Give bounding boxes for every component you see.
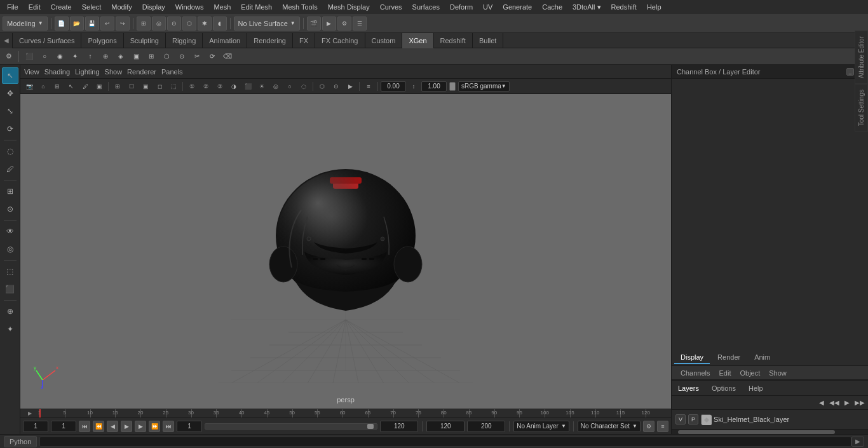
xgen-tool3[interactable]: ◉	[53, 50, 67, 63]
vp-all-lights-btn[interactable]: ☀	[255, 81, 268, 92]
hud-btn[interactable]: ☰	[353, 17, 367, 31]
tab-rendering[interactable]: Rendering	[247, 33, 293, 48]
vp-safe-action-btn[interactable]: ◻	[153, 81, 166, 92]
open-scene-btn[interactable]: 📂	[70, 17, 84, 31]
xgen-tool12[interactable]: ✂	[190, 50, 204, 63]
xray-btn[interactable]: ⬚	[2, 263, 18, 280]
layer-visibility-btn[interactable]: V	[675, 414, 686, 424]
channel-box-minimize-btn[interactable]: _	[846, 68, 854, 76]
soft-mod-btn[interactable]: ⊙	[2, 201, 18, 217]
menu-create[interactable]: Create	[46, 2, 76, 12]
tab-xgen[interactable]: XGen	[402, 33, 433, 48]
vp-shading-menu[interactable]: Shading	[44, 68, 70, 76]
render-settings-btn[interactable]: ⚙	[337, 17, 351, 31]
lasso-tool-btn[interactable]: ◌	[2, 143, 18, 160]
paint-tool-btn[interactable]: 🖊	[2, 161, 18, 177]
layers-tab-help[interactable]: Help	[742, 383, 770, 394]
undo-btn[interactable]: ↩	[100, 17, 114, 31]
no-char-set-dropdown[interactable]: No Character Set ▼	[578, 421, 641, 432]
vp-shadows-btn[interactable]: ◎	[269, 81, 282, 92]
menu-help[interactable]: Help	[642, 2, 666, 12]
layer-playback-btn[interactable]: P	[688, 414, 698, 424]
isolate-btn[interactable]: ◎	[2, 241, 18, 257]
snap-curve-btn[interactable]: ◎	[152, 17, 166, 31]
move-tool-btn[interactable]: ✥	[2, 85, 18, 102]
vp-gamma-field[interactable]: 0.00	[381, 81, 406, 92]
tab-custom[interactable]: Custom	[365, 33, 403, 48]
tab-curves-surfaces[interactable]: Curves / Surfaces	[13, 33, 81, 48]
frame-start-field[interactable]: 1	[23, 421, 48, 432]
vp-camera-btn[interactable]: 📷	[23, 81, 36, 92]
wireframe-btn[interactable]: ⬛	[2, 281, 18, 297]
menu-mesh-tools[interactable]: Mesh Tools	[278, 2, 322, 12]
tab-fx[interactable]: FX	[293, 33, 315, 48]
select-by-type-btn[interactable]: ✱	[198, 17, 212, 31]
render-tab[interactable]: Render	[711, 351, 747, 364]
tab-fx-caching[interactable]: FX Caching	[315, 33, 365, 48]
soft-select-btn[interactable]: ◖	[213, 17, 227, 31]
tab-redshift[interactable]: Redshift	[434, 33, 473, 48]
component-btn[interactable]: ✦	[2, 321, 18, 337]
frame-end-field[interactable]: 120	[426, 421, 465, 432]
vp-dof-btn[interactable]: ◌	[297, 81, 310, 92]
save-scene-btn[interactable]: 💾	[85, 17, 99, 31]
snap-point-btn[interactable]: ⊙	[167, 17, 181, 31]
show-hide-btn[interactable]: 👁	[2, 223, 18, 240]
vp-home-btn[interactable]: ⌂	[37, 81, 50, 92]
ipr-render-btn[interactable]: ▶	[322, 17, 336, 31]
live-surface-dropdown[interactable]: No Live Surface ▼	[234, 17, 300, 31]
vp-paint-select-btn[interactable]: 🖊	[79, 81, 92, 92]
layer-color-swatch[interactable]	[701, 414, 711, 424]
python-label[interactable]: Python	[4, 436, 37, 447]
vp-xray-btn[interactable]: ⬡	[316, 81, 329, 92]
xgen-tool11[interactable]: ⊙	[175, 50, 189, 63]
snap-surface-btn[interactable]: ⬡	[182, 17, 196, 31]
char-set-btn1[interactable]: ⚙	[643, 421, 654, 432]
vp-resolution-gate-btn[interactable]: ▣	[139, 81, 152, 92]
scrollbar-thumb[interactable]	[678, 430, 835, 434]
layer-prev-btn[interactable]: ◀◀	[829, 398, 840, 408]
python-run-btn[interactable]: ▶	[851, 437, 864, 447]
frame-step-field[interactable]: 1	[177, 421, 202, 432]
vp-panels-menu[interactable]: Panels	[161, 68, 183, 76]
vp-wireframe-btn[interactable]: ⬚	[167, 81, 180, 92]
range-end-field[interactable]: 120	[380, 421, 418, 432]
xgen-tool6[interactable]: ⊕	[98, 50, 112, 63]
vp-renderer-menu[interactable]: Renderer	[127, 68, 156, 76]
vp-smooth3-btn[interactable]: ③	[214, 81, 226, 92]
vp-color-swatch[interactable]	[449, 82, 456, 91]
menu-edit-mesh[interactable]: Edit Mesh	[236, 2, 276, 12]
vp-zoom-btn[interactable]: ⊞	[51, 81, 64, 92]
timeline-ruler[interactable]: ▶ 1 5 10 15 20 25 30 35	[20, 409, 671, 417]
xgen-tool2[interactable]: ○	[37, 50, 51, 63]
tab-sculpting[interactable]: Sculpting	[124, 33, 166, 48]
display-tab[interactable]: Display	[674, 351, 710, 364]
vp-toggle-btn[interactable]: ▣	[93, 81, 105, 92]
xgen-tool4[interactable]: ✦	[68, 50, 82, 63]
menu-redshift[interactable]: Redshift	[607, 2, 641, 12]
vp-film-gate-btn[interactable]: ☐	[125, 81, 138, 92]
frame-max-field[interactable]: 200	[467, 421, 505, 432]
menu-windows[interactable]: Windows	[171, 2, 208, 12]
render-btn[interactable]: 🎬	[307, 17, 321, 31]
xgen-tool8[interactable]: ▣	[129, 50, 143, 63]
layers-tab-options[interactable]: Options	[705, 383, 742, 394]
tab-bullet[interactable]: Bullet	[473, 33, 504, 48]
menu-file[interactable]: File	[3, 2, 23, 12]
vp-show-menu[interactable]: Show	[105, 68, 123, 76]
char-set-btn2[interactable]: ≡	[657, 421, 668, 432]
menu-modify[interactable]: Modify	[107, 2, 136, 12]
timeline-playhead[interactable]	[39, 409, 41, 418]
vp-texture-btn[interactable]: ⬛	[241, 81, 254, 92]
menu-surfaces[interactable]: Surfaces	[408, 2, 444, 12]
vp-grid-btn[interactable]: ⊞	[111, 81, 124, 92]
new-scene-btn[interactable]: 📄	[55, 17, 69, 31]
rotate-tool-btn[interactable]: ⟳	[2, 121, 18, 137]
vp-playblast-btn[interactable]: ▶	[344, 81, 356, 92]
snap-btn[interactable]: ⊞	[2, 183, 18, 200]
show-menu[interactable]: Show	[765, 367, 790, 379]
xgen-tool5[interactable]: ↑	[83, 50, 97, 63]
play-btn[interactable]: ▶	[121, 421, 132, 432]
vp-shading-btn[interactable]: ◑	[227, 81, 240, 92]
prev-frame-btn[interactable]: ◀	[107, 421, 118, 432]
